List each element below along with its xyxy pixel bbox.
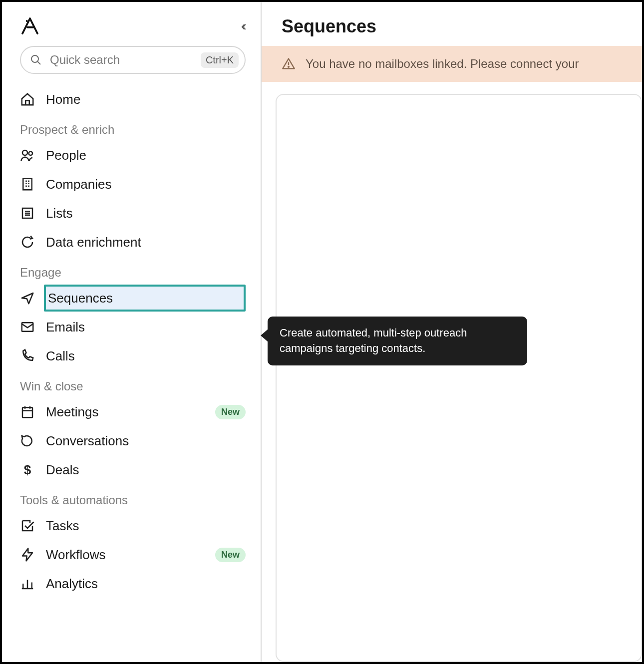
warning-icon: [282, 57, 296, 71]
alert-banner: You have no mailboxes linked. Please con…: [262, 46, 642, 82]
sidebar-item-label: Data enrichment: [46, 235, 246, 250]
search-placeholder: Quick search: [50, 53, 201, 67]
chat-icon: [20, 433, 35, 448]
svg-point-1: [31, 55, 38, 62]
svg-point-0: [26, 20, 28, 22]
sidebar-item-sequences[interactable]: Sequences: [20, 284, 246, 313]
sidebar-item-label: Companies: [46, 177, 246, 192]
sidebar-item-calls[interactable]: Calls: [20, 341, 246, 370]
svg-point-27: [288, 66, 289, 67]
svg-line-2: [37, 61, 40, 64]
sidebar-item-label: Calls: [46, 348, 246, 364]
sidebar-section-header: Win & close: [20, 379, 246, 393]
svg-rect-5: [23, 179, 32, 190]
alert-text: You have no mailboxes linked. Please con…: [306, 57, 579, 71]
sidebar-item-label: Analytics: [46, 576, 246, 592]
sidebar-item-data-enrichment[interactable]: Data enrichment: [20, 228, 246, 257]
list-icon: [20, 206, 35, 221]
sidebar: ‹‹ Quick search Ctrl+K H: [2, 2, 262, 662]
chevron-double-left-icon: ‹‹: [241, 18, 244, 33]
svg-point-3: [22, 150, 27, 155]
sidebar-item-label: Sequences: [48, 291, 244, 306]
sidebar-item-label: Workflows: [46, 547, 204, 563]
sidebar-item-label: People: [46, 148, 246, 163]
sidebar-item-deals[interactable]: $ Deals: [20, 455, 246, 484]
calendar-icon: [20, 404, 35, 419]
sidebar-item-label: Emails: [46, 320, 246, 335]
bar-chart-icon: [20, 576, 35, 591]
search-input[interactable]: Quick search Ctrl+K: [20, 46, 246, 74]
collapse-sidebar-button[interactable]: ‹‹: [241, 18, 246, 34]
sidebar-item-label: Conversations: [46, 433, 246, 449]
sidebar-item-emails[interactable]: Emails: [20, 313, 246, 341]
new-badge: New: [215, 548, 246, 562]
sidebar-item-analytics[interactable]: Analytics: [20, 569, 246, 598]
sidebar-section-header: Tools & automations: [20, 493, 246, 507]
sidebar-item-label: Deals: [46, 462, 246, 478]
dollar-icon: $: [20, 462, 35, 477]
search-icon: [30, 54, 42, 66]
sidebar-item-home[interactable]: Home: [20, 85, 246, 114]
sidebar-section-header: Engage: [20, 266, 246, 280]
sidebar-item-people[interactable]: People: [20, 141, 246, 170]
check-icon: [20, 518, 35, 533]
sidebar-item-label: Tasks: [46, 518, 246, 534]
send-icon: [20, 291, 35, 306]
building-icon: [20, 177, 35, 192]
people-icon: [20, 148, 35, 163]
sidebar-item-conversations[interactable]: Conversations: [20, 426, 246, 455]
phone-icon: [20, 348, 35, 363]
svg-marker-21: [22, 549, 32, 561]
tooltip: Create automated, multi-step outreach ca…: [268, 317, 527, 365]
sidebar-item-tasks[interactable]: Tasks: [20, 511, 246, 540]
sidebar-item-label: Lists: [46, 206, 246, 221]
sidebar-item-label: Home: [46, 92, 246, 107]
sidebar-item-companies[interactable]: Companies: [20, 170, 246, 199]
logo-icon: [20, 16, 40, 36]
search-kbd-hint: Ctrl+K: [201, 52, 239, 68]
sidebar-item-lists[interactable]: Lists: [20, 199, 246, 228]
tooltip-text: Create automated, multi-step outreach ca…: [280, 327, 467, 354]
refresh-icon: [20, 235, 35, 250]
bolt-icon: [20, 547, 35, 562]
sidebar-item-workflows[interactable]: Workflows New: [20, 540, 246, 569]
sidebar-section-header: Prospect & enrich: [20, 123, 246, 137]
mail-icon: [20, 320, 35, 334]
svg-point-4: [29, 152, 33, 156]
new-badge: New: [215, 405, 246, 419]
sidebar-item-meetings[interactable]: Meetings New: [20, 397, 246, 426]
sidebar-item-label: Meetings: [46, 404, 204, 420]
page-title: Sequences: [262, 2, 642, 46]
content-panel: [276, 94, 642, 662]
svg-rect-17: [22, 407, 32, 417]
home-icon: [20, 92, 35, 107]
